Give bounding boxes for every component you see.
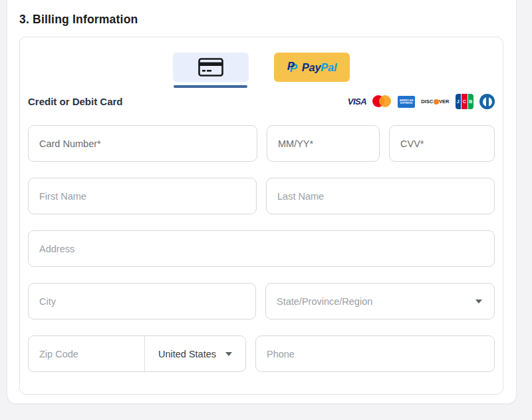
- payment-method-tabs: P P PayPal: [28, 53, 495, 82]
- card-section-heading: Credit or Debit Card: [28, 96, 123, 107]
- last-name-input[interactable]: [266, 178, 495, 214]
- active-tab-underline: [174, 85, 247, 88]
- first-name-input[interactable]: [28, 178, 257, 214]
- cvv-input[interactable]: [389, 125, 495, 162]
- row-address: [28, 230, 495, 267]
- row-name: [28, 178, 495, 214]
- zip-country-group: United States: [28, 335, 246, 372]
- city-input[interactable]: [28, 283, 256, 319]
- mastercard-icon: [372, 95, 392, 108]
- discover-icon: DISCVER: [421, 99, 449, 105]
- jcb-icon: J C B: [456, 94, 474, 109]
- state-select-placeholder: State/Province/Region: [277, 296, 372, 307]
- address-input[interactable]: [28, 230, 495, 267]
- row-card-details: [28, 125, 495, 162]
- credit-card-icon: [198, 58, 223, 77]
- phone-input[interactable]: [255, 335, 495, 372]
- accepted-card-brands: VISA AMERICAN EXPRESS DISCVER J C B: [348, 94, 495, 109]
- page-title: 3. Billing Information: [19, 13, 503, 27]
- state-select[interactable]: State/Province/Region: [265, 283, 495, 319]
- amex-icon: AMERICAN EXPRESS: [398, 96, 415, 108]
- chevron-down-icon: [225, 352, 232, 356]
- paypal-wordmark: PayPal: [302, 61, 336, 74]
- country-select[interactable]: United States: [145, 336, 245, 371]
- paypal-logo-icon: P P: [287, 60, 299, 75]
- tab-paypal[interactable]: P P PayPal: [274, 53, 350, 82]
- row-zip-phone: United States: [28, 335, 495, 372]
- expiry-input[interactable]: [267, 125, 380, 162]
- diners-club-icon: [479, 94, 495, 109]
- billing-card: P P PayPal Credit or Debit Card VISA AME…: [19, 37, 503, 395]
- chevron-down-icon: [475, 300, 482, 304]
- tab-credit-card[interactable]: [173, 53, 249, 82]
- billing-section-panel: 3. Billing Information P P PayPal: [7, 0, 517, 404]
- card-heading-row: Credit or Debit Card VISA AMERICAN EXPRE…: [28, 94, 495, 109]
- row-city-state: State/Province/Region: [28, 283, 495, 319]
- card-number-input[interactable]: [28, 125, 257, 162]
- zip-code-input[interactable]: [29, 336, 144, 371]
- country-select-value: United States: [158, 349, 216, 359]
- visa-icon: VISA: [348, 97, 366, 106]
